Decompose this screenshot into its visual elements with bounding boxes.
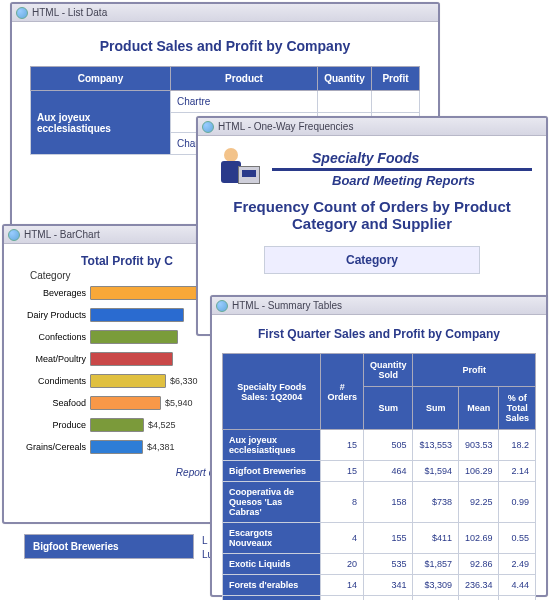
brand-line-2: Board Meeting Reports — [272, 173, 532, 188]
col-quantity: Quantity — [318, 67, 372, 91]
bar-fill — [90, 286, 200, 300]
bar-row: Produce$4,525 — [12, 415, 242, 435]
bar-row: Grains/Cereals$4,381 — [12, 437, 242, 457]
cell-product: Chartre — [171, 91, 318, 113]
table-cell: Cooperativa de Quesos 'Las Cabras' — [223, 482, 321, 523]
bar-row: Seafood$5,940 — [12, 393, 242, 413]
table-cell: Exotic Liquids — [223, 554, 321, 575]
table-cell: 0.99 — [499, 482, 536, 523]
bar-fill — [90, 330, 178, 344]
table-cell: Aux joyeux ecclesiastiques — [223, 430, 321, 461]
table-cell: 4 — [321, 523, 364, 554]
table-row: Bigfoot Breweries15464$1,594106.292.14 — [223, 461, 536, 482]
titlebar-frequencies[interactable]: HTML - One-Way Frequencies — [198, 118, 546, 136]
table-cell: 464 — [363, 461, 413, 482]
table-cell: 107.51 — [458, 596, 499, 601]
bar-fill — [90, 352, 173, 366]
col-qty: Quantity Sold — [363, 354, 413, 387]
bar-category-label: Confections — [12, 332, 90, 342]
page-title: Frequency Count of Orders by Product Cat… — [212, 198, 532, 232]
bar-fill — [90, 418, 144, 432]
table-cell: 92.25 — [458, 482, 499, 523]
bar-category-label: Grains/Cereals — [12, 442, 90, 452]
table-cell: $738 — [413, 482, 459, 523]
table-cell: 4.44 — [499, 575, 536, 596]
logo-person-computer-icon — [212, 146, 264, 192]
bar-category-label: Seafood — [12, 398, 90, 408]
table-cell: 18.2 — [499, 430, 536, 461]
bar-category-label: Produce — [12, 420, 90, 430]
table-cell: 31 — [321, 596, 364, 601]
col-profit: Profit — [413, 354, 536, 387]
bar-category-label: Beverages — [12, 288, 90, 298]
window-title: HTML - Summary Tables — [232, 300, 342, 311]
col-orders: # Orders — [321, 354, 364, 430]
window-summary-tables[interactable]: HTML - Summary Tables First Quarter Sale… — [210, 295, 548, 597]
table-cell: 155 — [363, 523, 413, 554]
bar-category-label: Meat/Poultry — [12, 354, 90, 364]
page-title: First Quarter Sales and Profit by Compan… — [222, 327, 536, 341]
table-cell: 15 — [321, 430, 364, 461]
table-row: Cooperativa de Quesos 'Las Cabras'8158$7… — [223, 482, 536, 523]
table-cell: $3,333 — [413, 596, 459, 601]
bar-category-label: Dairy Products — [12, 310, 90, 320]
titlebar-summary[interactable]: HTML - Summary Tables — [212, 297, 546, 315]
table-cell: $3,309 — [413, 575, 459, 596]
col-profit-pct: % of Total Sales — [499, 387, 536, 430]
window-title: HTML - One-Way Frequencies — [218, 121, 353, 132]
category-tab[interactable]: Category — [264, 246, 480, 274]
table-cell: 903.53 — [458, 430, 499, 461]
bar-category-label: Condiments — [12, 376, 90, 386]
row-company: Aux joyeux ecclesiastiques — [31, 91, 171, 155]
table-cell: 106.29 — [458, 461, 499, 482]
bar-fill — [90, 374, 166, 388]
table-cell: Escargots Nouveaux — [223, 523, 321, 554]
col-corner: Specialty Foods Sales: 1Q2004 — [223, 354, 321, 430]
table-row: Exotic Liquids20535$1,85792.862.49 — [223, 554, 536, 575]
col-profit: Profit — [372, 67, 420, 91]
table-row: Forets d'erables14341$3,309236.344.44 — [223, 575, 536, 596]
table-cell: 4.48 — [499, 596, 536, 601]
brand-line-1: Specialty Foods — [272, 150, 532, 166]
globe-icon — [16, 7, 28, 19]
col-profit-sum: Sum — [413, 387, 459, 430]
table-cell: 2.14 — [499, 461, 536, 482]
table-cell: 15 — [321, 461, 364, 482]
titlebar-list-data[interactable]: HTML - List Data — [12, 4, 438, 22]
page-title: Product Sales and Profit by Company — [30, 38, 420, 54]
bar-fill — [90, 396, 161, 410]
table-cell: 0.55 — [499, 523, 536, 554]
table-cell: Bigfoot Breweries — [223, 461, 321, 482]
table-cell: 505 — [363, 430, 413, 461]
bar-value-label: $5,940 — [165, 398, 193, 408]
table-cell: Formaggi Fortini s.r.l. — [223, 596, 321, 601]
bar-row: Meat/Poultry — [12, 349, 242, 369]
bar-value-label: $4,381 — [147, 442, 175, 452]
summary-table: Specialty Foods Sales: 1Q2004 # Orders Q… — [222, 353, 536, 600]
window-title: HTML - BarChart — [24, 229, 100, 240]
col-company: Company — [31, 67, 171, 91]
table-cell: 341 — [363, 575, 413, 596]
bar-fill — [90, 308, 184, 322]
globe-icon — [216, 300, 228, 312]
col-product: Product — [171, 67, 318, 91]
table-cell: $13,553 — [413, 430, 459, 461]
chart-footnote: Report created — [12, 467, 242, 478]
table-cell: 8 — [321, 482, 364, 523]
bar-value-label: $6,330 — [170, 376, 198, 386]
table-cell: 92.86 — [458, 554, 499, 575]
table-cell: 236.34 — [458, 575, 499, 596]
bar-row: Condiments$6,330 — [12, 371, 242, 391]
bar-value-label: $4,525 — [148, 420, 176, 430]
table-cell: $1,857 — [413, 554, 459, 575]
divider — [272, 168, 532, 171]
table-row: Formaggi Fortini s.r.l.31970$3,333107.51… — [223, 596, 536, 601]
table-cell: 970 — [363, 596, 413, 601]
globe-icon — [8, 229, 20, 241]
table-cell: 535 — [363, 554, 413, 575]
table-cell: $1,594 — [413, 461, 459, 482]
stray-row-bigfoot: Bigfoot Breweries — [24, 534, 194, 559]
table-cell: 102.69 — [458, 523, 499, 554]
table-cell: 14 — [321, 575, 364, 596]
table-cell: 2.49 — [499, 554, 536, 575]
